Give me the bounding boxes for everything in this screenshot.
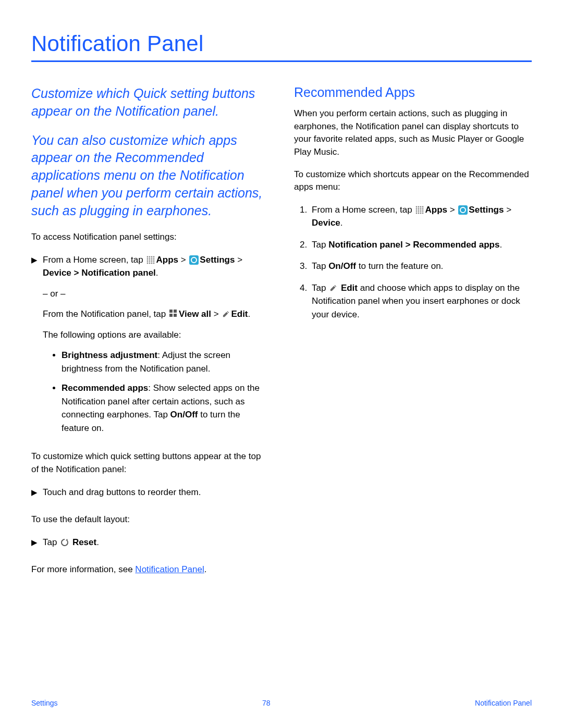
edit-label: Edit [341, 283, 358, 293]
onoff-label: On/Off [170, 410, 198, 419]
options-list: Brightness adjustment: Adjust the screen… [62, 349, 269, 435]
option-recommended: Recommended apps: Show selected apps on … [62, 381, 269, 435]
step-body: Tap Reset. [43, 536, 269, 557]
onoff-label: On/Off [328, 261, 356, 271]
reset-label: Reset [72, 537, 96, 547]
svg-point-3 [153, 256, 155, 257]
device-np-label: Device > Notification panel [43, 268, 156, 278]
options-intro: The following options are available: [43, 328, 269, 342]
page-title: Notification Panel [31, 31, 532, 56]
arrow-icon: ▶ [31, 253, 43, 443]
text: From a Home screen, tap [43, 255, 145, 265]
svg-point-8 [147, 260, 149, 262]
device-label: Device [312, 218, 340, 228]
text: Tap [312, 240, 328, 250]
text: . [248, 309, 251, 319]
svg-point-18 [420, 206, 422, 207]
text: > [447, 205, 457, 215]
viewall-label: View all [179, 309, 211, 319]
more-info: For more information, see Notification P… [31, 563, 269, 576]
viewall-icon [169, 310, 178, 318]
default-layout-intro: To use the default layout: [31, 513, 269, 526]
step-1: From a Home screen, tap Apps > Settings … [310, 203, 532, 230]
svg-point-12 [147, 262, 149, 264]
recommended-steps: From a Home screen, tap Apps > Settings … [310, 203, 532, 322]
svg-point-2 [151, 256, 153, 257]
edit-icon [222, 309, 230, 316]
or-line: – or – [43, 287, 269, 301]
arrow-icon: ▶ [31, 486, 43, 507]
two-column-layout: Customize which Quick setting buttons ap… [31, 85, 532, 586]
step-from-home: ▶ From a Home screen, tap Apps > Setting… [31, 253, 269, 443]
text: > [178, 255, 188, 265]
recommended-apps-heading: Recommended Apps [294, 85, 532, 100]
access-intro: To access Notification panel settings: [31, 231, 269, 244]
text-bold: Brightness adjustment [62, 350, 157, 360]
text: . [156, 268, 158, 278]
svg-point-1 [149, 256, 151, 257]
step-4: Tap Edit and choose which apps to displa… [310, 281, 532, 322]
text: Tap [312, 283, 328, 293]
notification-panel-link[interactable]: Notification Panel [135, 564, 204, 574]
svg-point-4 [147, 258, 149, 260]
edit-label: Edit [231, 309, 248, 319]
step-drag: ▶ Touch and drag buttons to reorder them… [31, 486, 269, 507]
step-line: From a Home screen, tap Apps > Settings … [43, 253, 269, 280]
svg-point-22 [420, 208, 422, 209]
text-bold: Notification panel > Recommended apps [328, 240, 499, 250]
svg-point-30 [420, 212, 422, 214]
footer-page-number: 78 [262, 699, 271, 707]
step-reset: ▶ Tap Reset. [31, 536, 269, 557]
text: Touch and drag buttons to reorder them. [43, 486, 269, 499]
text: > [504, 205, 511, 215]
arrow-icon: ▶ [31, 536, 43, 557]
step-body: Touch and drag buttons to reorder them. [43, 486, 269, 507]
settings-label: Settings [200, 255, 235, 265]
right-column: Recommended Apps When you perform certai… [294, 85, 532, 586]
reset-line: Tap Reset. [43, 536, 269, 549]
svg-point-7 [153, 258, 155, 260]
text: From the Notification panel, tap [43, 309, 168, 319]
text: Tap [43, 537, 59, 547]
page-footer: Settings 78 Notification Panel [31, 699, 532, 707]
from-np-line: From the Notification panel, tap View al… [43, 307, 269, 321]
customize-qs-intro: To customize which quick setting buttons… [31, 450, 269, 476]
svg-point-10 [151, 260, 153, 262]
recommended-p1: When you perform certain actions, such a… [294, 107, 532, 159]
settings-label: Settings [469, 205, 504, 215]
svg-point-23 [422, 208, 424, 209]
svg-point-31 [422, 212, 424, 214]
text: > [235, 255, 242, 265]
title-rule [31, 60, 532, 62]
document-page: Notification Panel Customize which Quick… [0, 0, 563, 728]
svg-point-13 [149, 262, 151, 264]
svg-point-11 [153, 260, 155, 262]
footer-left: Settings [31, 699, 58, 707]
text: From a Home screen, tap [312, 205, 414, 215]
svg-point-29 [418, 212, 420, 214]
svg-point-27 [422, 210, 424, 212]
svg-point-6 [151, 258, 153, 260]
apps-label: Apps [156, 255, 178, 265]
recommended-p2: To customize which shortcuts appear on t… [294, 168, 532, 194]
text: . [499, 240, 502, 250]
svg-point-25 [418, 210, 420, 212]
left-column: Customize which Quick setting buttons ap… [31, 85, 269, 586]
intro-paragraph-1: Customize which Quick setting buttons ap… [31, 85, 269, 120]
step-2: Tap Notification panel > Recommended app… [310, 238, 532, 252]
svg-point-17 [418, 206, 420, 207]
svg-point-24 [416, 210, 418, 212]
text: For more information, see [31, 564, 135, 574]
text: > [211, 309, 221, 319]
svg-point-21 [418, 208, 420, 209]
apps-label: Apps [425, 205, 447, 215]
svg-point-19 [422, 206, 424, 207]
settings-icon [189, 255, 199, 265]
text: . [96, 537, 99, 547]
svg-point-16 [416, 206, 418, 207]
svg-point-20 [416, 208, 418, 209]
settings-icon [458, 205, 468, 215]
reset-icon [60, 537, 69, 546]
text: Tap [312, 261, 328, 271]
svg-point-0 [147, 256, 149, 257]
